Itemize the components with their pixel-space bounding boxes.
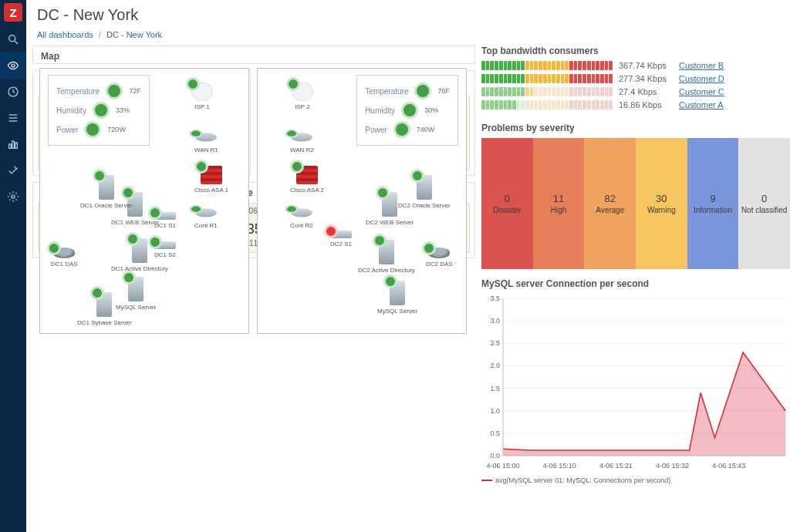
bandwidth-customer-link[interactable]: Customer C (679, 87, 724, 96)
svg-point-0 (9, 35, 15, 42)
ok-icon (84, 121, 101, 138)
bandwidth-row: 367.74 KbpsCustomer B (481, 61, 790, 70)
monitoring-icon[interactable] (0, 52, 26, 79)
ok-icon (93, 102, 110, 119)
zabbix-logo[interactable]: Z (4, 3, 22, 22)
admin-icon[interactable] (0, 184, 26, 210)
severity-cell[interactable]: 11High (533, 138, 585, 269)
search-icon[interactable] (0, 26, 26, 52)
breadcrumb: All dashboards / DC - New York (26, 27, 790, 45)
svg-text:4-06 15:10: 4-06 15:10 (543, 462, 576, 470)
datacenter-a: Temperature72F Humidity33% Power720W ISP… (39, 68, 249, 334)
map-title: Map (33, 46, 474, 63)
chart-panel: MySQL server Connection per second 0.00.… (481, 278, 790, 488)
bandwidth-bar (481, 74, 613, 83)
node-dc1-oracle[interactable]: DC1 Oracle Server (80, 175, 133, 209)
ok-icon (393, 121, 410, 138)
env-box-b: Temperature76F Humidity30% Power740W (356, 75, 458, 146)
bandwidth-row: 27.4 KbpsCustomer C (481, 87, 790, 96)
bandwidth-bar (481, 61, 613, 70)
reports-icon[interactable] (0, 131, 26, 157)
map-panel: Map (32, 45, 475, 64)
severity-grid: 0Disaster11High82Average30Warning9Inform… (481, 138, 790, 269)
severity-cell[interactable]: 9Information (687, 138, 739, 269)
svg-text:4-06 15:32: 4-06 15:32 (656, 462, 689, 470)
node-asa1[interactable]: Cisco ASA 1 (194, 166, 228, 194)
severity-cell[interactable]: 0Disaster (481, 138, 533, 269)
svg-line-1 (15, 41, 18, 44)
svg-text:3.5: 3.5 (490, 295, 500, 302)
svg-rect-9 (15, 143, 18, 148)
ok-icon (106, 82, 123, 99)
config-icon[interactable] (0, 157, 26, 184)
breadcrumb-current[interactable]: DC - New York (106, 30, 162, 39)
severity-cell[interactable]: 30Warning (636, 138, 687, 269)
bandwidth-bar (481, 100, 613, 109)
svg-text:2.5: 2.5 (490, 339, 500, 347)
svg-text:3.0: 3.0 (490, 317, 500, 325)
svg-text:2.0: 2.0 (490, 362, 500, 369)
node-dc2-mysql[interactable]: MySQL Server (377, 281, 417, 315)
env-box-a: Temperature72F Humidity33% Power720W (48, 75, 150, 146)
datacenter-b: Temperature76F Humidity30% Power740W ISP… (257, 68, 467, 334)
svg-text:0.0: 0.0 (490, 452, 500, 460)
ok-icon (401, 102, 418, 119)
severity-cell[interactable]: 0Not classified (738, 138, 790, 269)
node-isp1[interactable]: ISP 1 (191, 82, 213, 110)
svg-text:0.5: 0.5 (490, 429, 500, 437)
svg-point-10 (12, 195, 15, 198)
node-dc2-ad[interactable]: DC2 Active Directory (358, 240, 415, 274)
node-dc2-s1[interactable]: DC2 S1 (330, 231, 352, 247)
node-dc1-sybase[interactable]: DC1 Sybase Server (77, 292, 132, 326)
inventory-icon[interactable] (0, 105, 26, 131)
sidebar: Z (0, 0, 26, 532)
node-dc2-oracle[interactable]: DC2 Oracle Server (398, 175, 451, 209)
node-dc1-ad[interactable]: DC1 Active Directory (111, 238, 168, 272)
ok-icon (414, 82, 431, 99)
page-title: DC - New York (37, 6, 785, 24)
node-wan-r2[interactable]: WAN R2 (290, 130, 314, 153)
svg-text:1.5: 1.5 (490, 385, 500, 392)
node-asa2[interactable]: Cisco ASA 2 (290, 166, 324, 194)
titlebar: DC - New York (26, 0, 790, 27)
node-dc1-das[interactable]: DC1 DAS (51, 247, 78, 268)
node-dc2-das[interactable]: DC2 DAS (426, 247, 453, 268)
mysql-chart[interactable]: 0.00.51.01.52.02.53.03.54-06 15:004-06 1… (481, 294, 790, 473)
bandwidth-customer-link[interactable]: Customer A (679, 100, 723, 109)
bandwidth-row: 16.86 KbpsCustomer A (481, 100, 790, 109)
bandwidth-bar (481, 87, 613, 96)
bandwidth-panel: Top bandwidth consumers 367.74 KbpsCusto… (481, 45, 790, 113)
bandwidth-row: 277.34 KbpsCustomer D (481, 74, 790, 83)
node-isp2[interactable]: ISP 2 (292, 82, 313, 110)
svg-text:4-06 15:43: 4-06 15:43 (712, 462, 745, 470)
breadcrumb-all[interactable]: All dashboards (37, 30, 93, 39)
svg-rect-8 (12, 141, 15, 148)
severity-panel: Problems by severity 0Disaster11High82Av… (481, 123, 790, 269)
svg-rect-7 (9, 144, 12, 148)
svg-text:1.0: 1.0 (490, 407, 500, 415)
bandwidth-customer-link[interactable]: Customer B (679, 61, 724, 70)
svg-text:4-06 15:21: 4-06 15:21 (599, 462, 633, 470)
chart-legend: avg(MySQL server 01: MySQL: Connections … (481, 476, 790, 484)
node-core-r2[interactable]: Core R2 (290, 206, 313, 229)
node-wan-r1[interactable]: WAN R1 (194, 130, 218, 153)
bandwidth-customer-link[interactable]: Customer D (679, 74, 724, 83)
severity-cell[interactable]: 82Average (584, 138, 636, 269)
svg-text:4-06 15:00: 4-06 15:00 (486, 462, 519, 470)
node-core-r1[interactable]: Core R1 (194, 206, 218, 229)
svg-point-2 (12, 64, 15, 67)
services-icon[interactable] (0, 79, 26, 105)
